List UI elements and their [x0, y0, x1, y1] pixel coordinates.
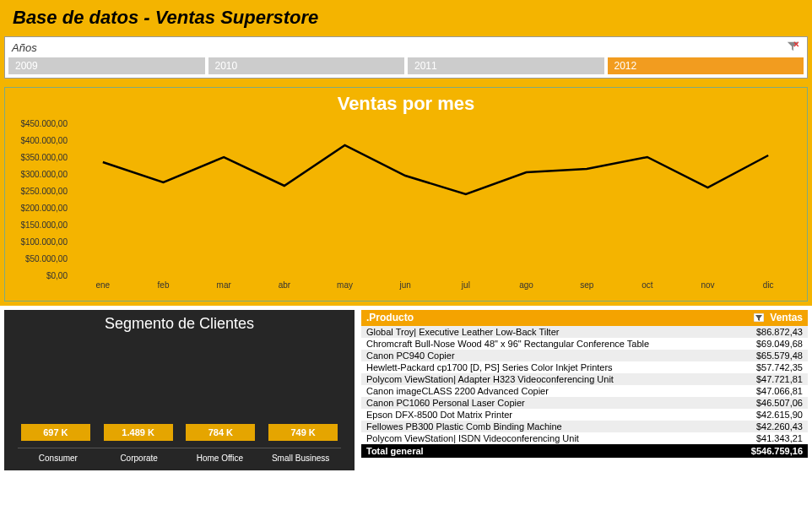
cell-sales: $47.721,81 — [730, 373, 808, 385]
table-row[interactable]: Global Troy| Executive Leather Low-Back … — [361, 326, 808, 338]
cell-product: Epson DFX-8500 Dot Matrix Printer — [361, 409, 730, 421]
table-row[interactable]: Polycom ViewStation| ISDN Videoconferenc… — [361, 432, 808, 444]
bottom-row: Segmento de Clientes 697 K1.489 K784 K74… — [0, 306, 812, 475]
line-chart-container: Ventas por mes $0,00$50.000,00$100.000,0… — [0, 83, 812, 306]
cell-sales: $69.049,68 — [730, 338, 808, 350]
bar-value-label: 1.489 K — [118, 424, 158, 441]
cell-sales: $46.507,06 — [730, 397, 808, 409]
year-slicer: Años 2009201020112012 — [4, 36, 808, 79]
page-header: Base de datos - Ventas Superstore — [0, 0, 812, 32]
y-tick: $0,00 — [46, 271, 68, 280]
segment-captions: ConsumerCorporateHome OfficeSmall Busine… — [13, 441, 346, 463]
x-tick: abr — [254, 280, 315, 290]
cell-sales: $42.615,90 — [730, 409, 808, 421]
product-table: .Producto Ventas Global Troy| Executive … — [361, 310, 808, 458]
bar-value-label: 749 K — [287, 424, 318, 441]
y-tick: $400.000,00 — [20, 136, 68, 145]
slicer-container: Años 2009201020112012 — [0, 32, 812, 83]
y-tick: $300.000,00 — [20, 170, 68, 179]
total-label: Total general — [361, 444, 730, 458]
col-header-sales[interactable]: Ventas — [730, 310, 808, 326]
bar-category-label: Corporate — [99, 448, 180, 463]
y-tick: $350.000,00 — [20, 153, 68, 162]
bar-value-label: 784 K — [205, 424, 236, 441]
x-tick: mar — [193, 280, 254, 290]
y-tick: $150.000,00 — [20, 220, 68, 230]
x-tick: nov — [678, 280, 739, 290]
cell-product: Polycom ViewStation| ISDN Videoconferenc… — [361, 432, 730, 444]
table-row[interactable]: Hewlett-Packard cp1700 [D, PS] Series Co… — [361, 361, 808, 373]
x-axis-labels: enefebmarabrmayjunjulagosepoctnovdic — [73, 280, 798, 290]
cell-sales: $57.742,35 — [730, 361, 808, 373]
cell-product: Canon PC1060 Personal Laser Copier — [361, 397, 730, 409]
cell-product: Polycom ViewStation| Adapter H323 Videoc… — [361, 373, 730, 385]
line-chart-area: $0,00$50.000,00$100.000,00$150.000,00$20… — [5, 123, 807, 301]
x-tick: jul — [436, 280, 496, 290]
cell-product: Hewlett-Packard cp1700 [D, PS] Series Co… — [361, 361, 730, 373]
bar-col: 749 K — [265, 424, 341, 441]
cell-product: Canon PC940 Copier — [361, 350, 730, 361]
x-tick: feb — [133, 280, 194, 290]
product-table-panel: .Producto Ventas Global Troy| Executive … — [361, 310, 808, 470]
bar-col: 1.489 K — [100, 424, 176, 441]
y-tick: $100.000,00 — [20, 237, 68, 247]
table-row[interactable]: Chromcraft Bull-Nose Wood 48" x 96" Rect… — [361, 338, 808, 350]
table-row[interactable]: Epson DFX-8500 Dot Matrix Printer$42.615… — [361, 409, 808, 421]
cell-product: Fellowes PB300 Plastic Comb Binding Mach… — [361, 421, 730, 432]
cell-product: Chromcraft Bull-Nose Wood 48" x 96" Rect… — [361, 338, 730, 350]
bar-col: 697 K — [18, 424, 94, 441]
table-row[interactable]: Fellowes PB300 Plastic Comb Binding Mach… — [361, 421, 808, 432]
cell-sales: $41.343,21 — [730, 432, 808, 444]
x-tick: jun — [375, 280, 436, 290]
cell-sales: $86.872,43 — [730, 326, 808, 338]
x-tick: oct — [617, 280, 678, 290]
slicer-header: Años — [8, 41, 804, 57]
cell-product: Canon imageCLASS 2200 Advanced Copier — [361, 385, 730, 397]
bar-value-label: 697 K — [40, 424, 71, 441]
segment-chart-title: Segmento de Clientes — [13, 315, 346, 333]
bar[interactable]: 749 K — [268, 424, 338, 441]
x-tick: dic — [738, 280, 798, 290]
slicer-items: 2009201020112012 — [8, 57, 804, 74]
bar-category-label: Home Office — [180, 448, 261, 463]
page-title: Base de datos - Ventas Superstore — [13, 7, 318, 28]
clear-filter-icon[interactable] — [787, 41, 800, 54]
slicer-item-2011[interactable]: 2011 — [408, 57, 604, 74]
y-tick: $200.000,00 — [20, 204, 68, 213]
table-row[interactable]: Canon PC940 Copier$65.579,48 — [361, 350, 808, 361]
x-tick: sep — [556, 280, 617, 290]
segment-panel: Segmento de Clientes 697 K1.489 K784 K74… — [4, 310, 355, 470]
filter-icon[interactable] — [754, 312, 764, 324]
bar[interactable]: 1.489 K — [104, 424, 173, 441]
line-chart-panel: Ventas por mes $0,00$50.000,00$100.000,0… — [4, 87, 808, 301]
col-header-sales-label: Ventas — [770, 312, 803, 323]
product-table-body: Global Troy| Executive Leather Low-Back … — [361, 326, 808, 444]
slicer-item-2010[interactable]: 2010 — [208, 57, 405, 74]
slicer-item-2012[interactable]: 2012 — [608, 57, 804, 74]
bar-category-label: Small Business — [260, 448, 341, 463]
bar-category-label: Consumer — [18, 448, 99, 463]
cell-product: Global Troy| Executive Leather Low-Back … — [361, 326, 730, 338]
x-tick: may — [315, 280, 376, 290]
total-value: $546.759,16 — [730, 444, 808, 458]
segment-bars: 697 K1.489 K784 K749 K — [13, 338, 346, 441]
bar-col: 784 K — [183, 424, 259, 441]
line-chart-svg — [73, 123, 798, 275]
table-row[interactable]: Canon imageCLASS 2200 Advanced Copier$47… — [361, 385, 808, 397]
table-row[interactable]: Polycom ViewStation| Adapter H323 Videoc… — [361, 373, 808, 385]
line-chart-title: Ventas por mes — [5, 88, 807, 123]
line-chart-plot — [73, 123, 798, 275]
bar[interactable]: 784 K — [186, 424, 255, 441]
cell-sales: $65.579,48 — [730, 350, 808, 361]
y-tick: $50.000,00 — [25, 254, 68, 263]
y-tick: $450.000,00 — [20, 119, 68, 128]
slicer-label: Años — [12, 41, 37, 54]
cell-sales: $47.066,81 — [730, 385, 808, 397]
y-tick: $250.000,00 — [20, 187, 68, 196]
table-row[interactable]: Canon PC1060 Personal Laser Copier$46.50… — [361, 397, 808, 409]
slicer-item-2009[interactable]: 2009 — [8, 57, 205, 74]
cell-sales: $42.260,43 — [730, 421, 808, 432]
bar[interactable]: 697 K — [21, 424, 90, 441]
col-header-product[interactable]: .Producto — [361, 310, 730, 326]
x-tick: ago — [496, 280, 557, 290]
